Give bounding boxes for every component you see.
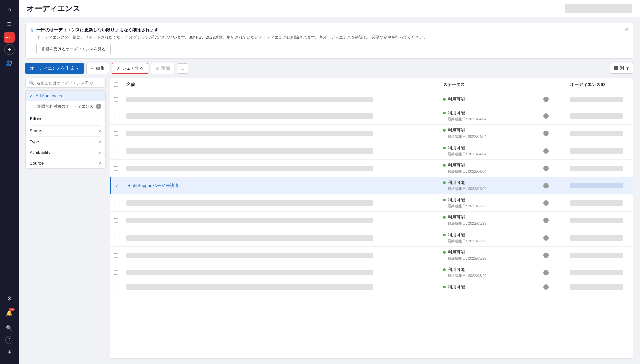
more-button[interactable]: ... — [177, 63, 188, 74]
status-chevron-icon: ∨ — [98, 129, 101, 133]
expired-audiences-option[interactable]: 期限切れ対象のオーディエンス i — [26, 101, 105, 112]
search-input[interactable] — [36, 81, 102, 85]
expired-info-icon[interactable]: i — [96, 104, 101, 109]
name-blurred — [126, 270, 373, 275]
name-blurred — [126, 113, 373, 119]
select-all-checkbox[interactable] — [114, 82, 118, 87]
columns-chevron: ▼ — [625, 66, 630, 71]
name-blurred — [126, 218, 373, 223]
name-blurred — [126, 97, 373, 102]
row-info[interactable]: i — [539, 198, 566, 208]
row-status: 利用可能最終編集日: 2022/03/29 — [439, 194, 539, 211]
row-id — [566, 163, 633, 174]
main-content: オーディエンス ℹ 一部のオーディエンスは更新しない限りまもなく削除されます オ… — [19, 0, 640, 364]
expired-checkbox[interactable] — [30, 104, 34, 108]
audience-name-link[interactable]: RightSupportページ来訪者 — [127, 183, 179, 189]
row-checkbox[interactable] — [110, 94, 122, 104]
row-info[interactable]: i — [539, 163, 566, 174]
type-filter[interactable]: Type ∨ — [26, 136, 105, 147]
row-status: 利用可能最終編集日: 2022/04/04 — [439, 160, 539, 177]
row-checkbox[interactable] — [110, 146, 122, 156]
row-info[interactable]: i — [539, 267, 566, 278]
row-info-icon[interactable]: i — [543, 148, 549, 154]
row-info[interactable]: i — [539, 180, 566, 191]
grid-icon[interactable]: ⊞ — [3, 345, 16, 359]
id-blurred — [570, 200, 623, 206]
row-checkbox[interactable] — [110, 233, 122, 243]
svg-rect-2 — [614, 66, 615, 70]
settings-icon[interactable]: ⚙ — [3, 292, 16, 305]
row-name — [122, 198, 439, 208]
id-blurred — [570, 284, 623, 290]
source-filter[interactable]: Source ∨ — [26, 158, 105, 168]
create-audience-button[interactable]: オーディエンスを作成 ▼ — [25, 63, 84, 74]
row-info-icon[interactable]: i — [543, 200, 549, 206]
row-id — [566, 128, 633, 139]
row-status: 利用可能最終編集日: 2022/03/29 — [439, 264, 539, 281]
columns-label: 列 — [620, 65, 624, 71]
id-blurred — [570, 131, 623, 136]
alert-banner: ℹ 一部のオーディエンスは更新しない限りまもなく削除されます オーディエンスの一… — [25, 23, 633, 59]
table-row: 利用可能最終編集日: 2022/04/04 i — [110, 160, 633, 177]
name-blurred — [126, 148, 373, 154]
row-checkbox[interactable] — [110, 111, 122, 121]
plus-icon[interactable]: + — [4, 44, 15, 55]
notification-icon[interactable]: 🔔 21 — [3, 306, 16, 320]
plaid-icon[interactable]: PLAID — [4, 32, 15, 43]
search-icon[interactable]: 🔍 — [3, 321, 16, 335]
id-blurred — [570, 235, 623, 241]
availability-filter[interactable]: Availability ∨ — [26, 147, 105, 158]
row-info[interactable]: i — [539, 250, 566, 261]
users-icon[interactable] — [3, 56, 16, 70]
row-info-icon[interactable]: i — [543, 166, 549, 171]
row-info[interactable]: i — [539, 128, 566, 139]
row-id — [566, 267, 633, 278]
table-row: 利用可能最終編集日: 2022/04/04 i — [110, 107, 633, 125]
row-status: 利用可能最終編集日: 2022/04/04 — [439, 177, 539, 194]
row-info-icon[interactable]: i — [543, 183, 549, 188]
home-icon[interactable]: ⌂ — [3, 3, 16, 16]
row-info-icon[interactable]: i — [543, 218, 549, 223]
row-checkbox[interactable] — [110, 268, 122, 278]
delete-button[interactable]: 🗑 削除 — [151, 63, 174, 74]
status-filter[interactable]: Status ∨ — [26, 126, 105, 136]
row-info-icon[interactable]: i — [543, 113, 549, 119]
table-row: 利用可能最終編集日: 2022/03/29 i — [110, 212, 633, 229]
row-info-icon[interactable]: i — [543, 131, 549, 136]
edit-button[interactable]: ✏ 編集 — [86, 63, 109, 74]
row-checkbox[interactable] — [110, 198, 122, 208]
alert-close-icon[interactable]: ✕ — [625, 26, 629, 33]
row-info[interactable]: i — [539, 282, 566, 292]
row-info-icon[interactable]: i — [543, 97, 549, 102]
row-checkbox[interactable] — [110, 250, 122, 260]
table-row: 利用可能最終編集日: 2022/03/29 i — [110, 194, 633, 212]
row-status: 利用可能 — [439, 94, 539, 105]
row-info-icon[interactable]: i — [543, 270, 549, 275]
row-info-icon[interactable]: i — [543, 253, 549, 258]
alert-action-button[interactable]: 影響を受けるオーディエンスを見る — [36, 44, 111, 54]
id-blurred — [570, 113, 623, 119]
columns-button[interactable]: 列 ▼ — [610, 63, 633, 74]
row-info[interactable]: i — [539, 111, 566, 121]
help-icon[interactable]: ? — [5, 336, 13, 344]
filter-title: Filter — [30, 116, 101, 121]
main-panel: 🔍 ✓ All Audiences 期限切れ対象のオーディエンス i Filte — [25, 78, 633, 359]
row-checkbox[interactable] — [110, 215, 122, 225]
row-info-icon[interactable]: i — [543, 235, 549, 241]
row-info[interactable]: i — [539, 233, 566, 243]
row-checkbox[interactable] — [110, 128, 122, 139]
row-info-icon[interactable]: i — [543, 284, 549, 290]
all-audiences-option[interactable]: ✓ All Audiences — [26, 91, 105, 101]
row-checkbox[interactable] — [110, 282, 122, 292]
row-info[interactable]: i — [539, 146, 566, 156]
row-name — [122, 163, 439, 174]
notification-badge: 21 — [9, 308, 15, 311]
search-box[interactable]: 🔍 — [25, 78, 106, 88]
share-button[interactable]: ↗ シェアする — [112, 63, 148, 74]
menu-icon[interactable]: ☰ — [3, 17, 16, 31]
table-row: 利用可能 i — [110, 281, 633, 293]
id-blurred — [570, 166, 623, 171]
row-info[interactable]: i — [539, 215, 566, 226]
row-checkbox[interactable] — [110, 163, 122, 173]
row-info[interactable]: i — [539, 94, 566, 105]
